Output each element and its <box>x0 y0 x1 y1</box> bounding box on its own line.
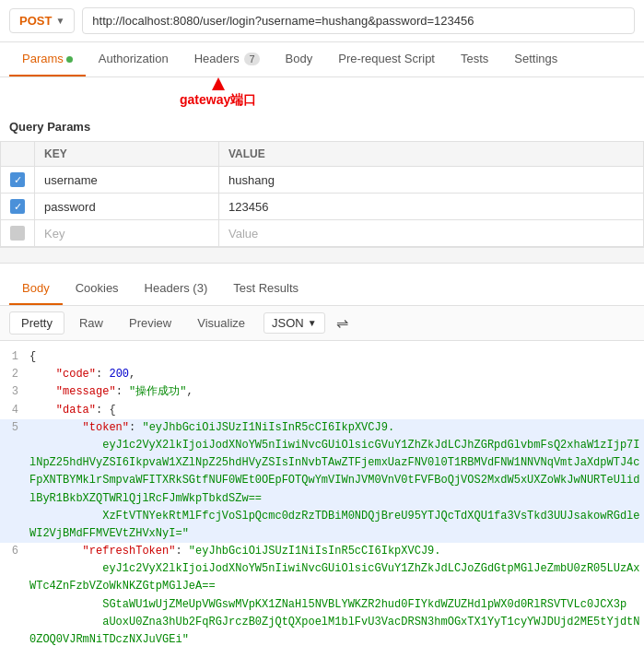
format-tab-pretty[interactable]: Pretty <box>9 311 64 335</box>
json-format-selector[interactable]: JSON ▼ <box>263 312 325 334</box>
json-line-4: 4 "data": { <box>0 402 644 419</box>
tab-body[interactable]: Body <box>273 42 326 76</box>
url-input[interactable] <box>82 7 635 34</box>
tab-prerequest[interactable]: Pre-request Script <box>325 42 448 76</box>
table-row: ✓ username hushang <box>1 167 644 194</box>
table-row: ✓ password 123456 <box>1 194 644 220</box>
top-bar: POST ▼ <box>0 0 644 42</box>
json-output: 1 { 2 "code": 200, 3 "message": "操作成功", … <box>0 341 644 646</box>
format-tabs: Pretty Raw Preview Visualize JSON ▼ ⇌ <box>0 306 644 341</box>
params-key-header: KEY <box>35 142 219 167</box>
format-tab-raw[interactable]: Raw <box>68 312 114 334</box>
format-tab-preview[interactable]: Preview <box>118 312 182 334</box>
tab-tests[interactable]: Tests <box>448 42 501 76</box>
query-params-label: Query Params <box>0 112 644 141</box>
params-table: KEY VALUE ✓ username hushang ✓ <box>0 141 644 247</box>
param-2-key[interactable]: password <box>35 194 219 220</box>
request-tabs: Params Authorization Headers 7 Body Pre-… <box>0 42 644 77</box>
json-format-label: JSON <box>272 316 304 330</box>
json-format-chevron-icon: ▼ <box>308 318 317 328</box>
param-2-value[interactable]: 123456 <box>219 194 644 220</box>
json-line-6: 6 "refreshToken": "eyJhbGciOiJSUzI1NiIsI… <box>0 543 644 646</box>
param-new-value[interactable]: Value <box>219 220 644 247</box>
tab-params[interactable]: Params <box>9 42 86 76</box>
response-tab-testresults[interactable]: Test Results <box>220 273 311 305</box>
response-tab-cookies[interactable]: Cookies <box>63 273 132 305</box>
param-1-key[interactable]: username <box>35 167 219 194</box>
method-chevron-icon: ▼ <box>55 16 64 26</box>
json-line-5: 5 "token": "eyJhbGciOiJSUzI1NiIsInR5cCI6… <box>0 419 644 543</box>
response-tabs: Body Cookies Headers (3) Test Results <box>0 273 644 306</box>
json-line-3: 3 "message": "操作成功", <box>0 383 644 401</box>
tab-headers[interactable]: Headers 7 <box>181 42 273 76</box>
json-line-1: 1 { <box>0 348 644 366</box>
json-line-2: 2 "code": 200, <box>0 366 644 383</box>
response-tab-headers[interactable]: Headers (3) <box>132 273 221 305</box>
params-check-header <box>1 142 35 167</box>
response-tab-body[interactable]: Body <box>9 273 63 305</box>
method-label: POST <box>19 14 52 28</box>
param-new-key[interactable]: Key <box>35 220 219 247</box>
param-1-value[interactable]: hushang <box>219 167 644 194</box>
param-2-checkbox[interactable]: ✓ <box>10 199 25 214</box>
section-divider <box>0 247 644 264</box>
wrap-icon[interactable]: ⇌ <box>336 314 348 332</box>
method-selector[interactable]: POST ▼ <box>9 8 75 33</box>
format-tab-visualize[interactable]: Visualize <box>186 312 256 334</box>
tab-settings[interactable]: Settings <box>501 42 570 76</box>
param-1-checkbox[interactable]: ✓ <box>10 172 25 187</box>
table-row: Key Value <box>1 220 644 247</box>
tab-authorization[interactable]: Authorization <box>86 42 181 76</box>
param-new-checkbox[interactable] <box>10 226 25 241</box>
params-value-header: VALUE <box>219 142 644 167</box>
